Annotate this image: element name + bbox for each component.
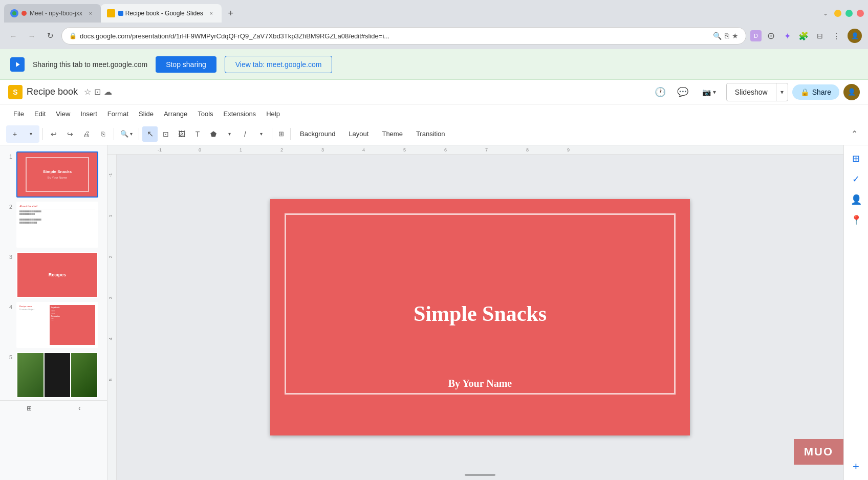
svg-text:6: 6 (444, 147, 447, 152)
slides-tab[interactable]: Recipe book - Google Slides × (101, 4, 222, 23)
slide-item-1[interactable]: 1 Simple Snacks By Your Name (0, 149, 107, 200)
redo-button[interactable]: ↪ (62, 126, 78, 142)
thumb4-recipe: Recipe name (19, 305, 48, 308)
print-button[interactable]: 🖨 (79, 126, 94, 142)
slide-item-2[interactable]: 2 About the chef ████████████████████ ██… (0, 200, 107, 250)
select-tool[interactable]: ⊡ (158, 126, 173, 142)
window-chevron[interactable]: ⌄ (823, 10, 828, 17)
back-button[interactable]: ← (6, 29, 20, 43)
add-button[interactable]: + (7, 126, 23, 142)
right-icon-map[interactable]: 📍 (847, 211, 865, 229)
user-avatar-app[interactable]: 👤 (843, 84, 860, 100)
add-dropdown[interactable]: ▾ (23, 126, 38, 142)
sep4 (272, 128, 272, 140)
camera-label: ▾ (713, 89, 716, 96)
undo-button[interactable]: ↩ (46, 126, 61, 142)
more-menu-icon[interactable]: ⋮ (829, 29, 843, 43)
toolbar-right: ⌃ (847, 126, 862, 142)
theme-button[interactable]: Theme (376, 128, 408, 140)
extension-c-icon[interactable]: ⊙ (764, 29, 778, 43)
url-bar[interactable]: 🔒 docs.google.com/presentation/d/1rHF9WM… (61, 27, 746, 45)
slide-canvas[interactable]: Simple Snacks By Your Name (270, 199, 690, 435)
minimize-button[interactable] (834, 10, 841, 17)
slide-number-2: 2 (4, 204, 12, 210)
extension-layout-icon[interactable]: ⊟ (813, 29, 827, 43)
slide-thumb-3[interactable]: Recipes (16, 252, 98, 298)
grid-view-button[interactable]: ⊞ (23, 404, 36, 413)
extension-star-icon[interactable]: ✦ (780, 29, 794, 43)
slide-thumb-1[interactable]: Simple Snacks By Your Name (16, 151, 98, 198)
slide-item-3[interactable]: 3 Recipes (0, 250, 107, 300)
ruler-horizontal: -1 0 1 2 3 4 5 6 7 8 9 (107, 145, 843, 155)
slideshow-button[interactable]: Slideshow (727, 84, 776, 100)
background-button[interactable]: Background (294, 128, 341, 140)
slides-tab-close[interactable]: × (207, 9, 215, 17)
camera-button[interactable]: 📷 ▾ (696, 85, 722, 99)
ruler-h-svg: -1 0 1 2 3 4 5 6 7 8 9 (117, 145, 843, 154)
new-tab-button[interactable]: + (224, 6, 238, 20)
menu-view[interactable]: View (51, 108, 75, 120)
meet-tab-close[interactable]: × (86, 9, 95, 17)
svg-text:1: 1 (108, 214, 113, 217)
shape-tool[interactable]: ⬟ (206, 126, 221, 142)
slide-item-5[interactable]: 5 (0, 350, 107, 400)
menu-file[interactable]: File (8, 108, 29, 120)
extension-d-icon[interactable]: D (750, 30, 762, 41)
slide-title[interactable]: Simple Snacks (414, 301, 547, 326)
cloud-icon[interactable]: ☁ (104, 87, 112, 97)
menu-extensions[interactable]: Extensions (219, 108, 262, 120)
canvas-scroll[interactable]: Simple Snacks By Your Name MUO (117, 155, 843, 480)
menu-help[interactable]: Help (261, 108, 285, 120)
doc-title[interactable]: Recipe book (27, 86, 78, 97)
star-icon[interactable]: ☆ (84, 87, 91, 97)
forward-button[interactable]: → (25, 29, 39, 43)
paintformat-button[interactable]: ⎘ (95, 126, 111, 142)
slide-item-4[interactable]: 4 Recipe name 12 minutes • Recipe 4 Ingr… (0, 300, 107, 350)
collapse-panel-button[interactable]: ‹ (74, 404, 84, 413)
text-tool[interactable]: T (190, 126, 205, 142)
slides-app: S Recipe book ☆ ⊡ ☁ 🕐 💬 📷 ▾ Slideshow ▾ … (0, 80, 868, 480)
menu-tools[interactable]: Tools (192, 108, 218, 120)
menu-edit[interactable]: Edit (29, 108, 51, 120)
user-avatar-chrome[interactable]: 👤 (848, 29, 862, 43)
close-button[interactable] (857, 10, 864, 17)
view-tab-button[interactable]: View tab: meet.google.com (225, 56, 333, 73)
comment-button[interactable]: 💬 (674, 83, 692, 101)
collapse-toolbar-button[interactable]: ⌃ (847, 126, 862, 142)
thumb5-bg (17, 353, 97, 397)
history-button[interactable]: 🕐 (651, 83, 669, 101)
right-icon-check[interactable]: ✓ (847, 170, 865, 188)
layout-button[interactable]: Layout (342, 128, 375, 140)
slideshow-dropdown-button[interactable]: ▾ (776, 85, 788, 99)
transition-button[interactable]: Transition (410, 128, 451, 140)
meet-tab[interactable]: Meet - npy-fboo-jxx × (4, 4, 101, 23)
menu-insert[interactable]: Insert (75, 108, 102, 120)
menu-format[interactable]: Format (102, 108, 134, 120)
recording-indicator (21, 11, 27, 16)
shape-dropdown[interactable]: ▾ (222, 126, 237, 142)
share-button[interactable]: 🔒 Share (792, 84, 839, 100)
refresh-button[interactable]: ↻ (43, 29, 57, 43)
cursor-tool[interactable]: ↖ (142, 126, 158, 142)
line-dropdown[interactable]: ▾ (253, 126, 269, 142)
folder-icon[interactable]: ⊡ (94, 87, 101, 97)
extension-puzzle-icon[interactable]: 🧩 (796, 29, 811, 43)
slide-thumb-5[interactable] (16, 352, 98, 398)
slide-thumb-4[interactable]: Recipe name 12 minutes • Recipe 4 Ingred… (16, 302, 98, 348)
slide-subtitle[interactable]: By Your Name (448, 378, 512, 389)
menu-arrange[interactable]: Arrange (159, 108, 192, 120)
slide-thumb-2[interactable]: About the chef ████████████████████ ████… (16, 202, 98, 248)
stop-sharing-button[interactable]: Stop sharing (156, 56, 216, 73)
image-tool[interactable]: 🖼 (174, 126, 189, 142)
menu-slide[interactable]: Slide (134, 108, 159, 120)
right-icon-people[interactable]: 👤 (847, 190, 865, 209)
line-tool[interactable]: / (237, 126, 253, 142)
maximize-button[interactable] (845, 10, 853, 17)
zoom-select[interactable]: 🔍 ▾ (117, 129, 136, 139)
sharing-banner: Sharing this tab to meet.google.com Stop… (0, 49, 868, 80)
sep2 (114, 128, 114, 140)
zoom-icon: 🔍 (120, 130, 128, 138)
right-icon-grid[interactable]: ⊞ (847, 149, 865, 168)
comment-inline-button[interactable]: ⊞ (275, 126, 287, 142)
right-icon-add-button[interactable]: + (847, 457, 865, 476)
